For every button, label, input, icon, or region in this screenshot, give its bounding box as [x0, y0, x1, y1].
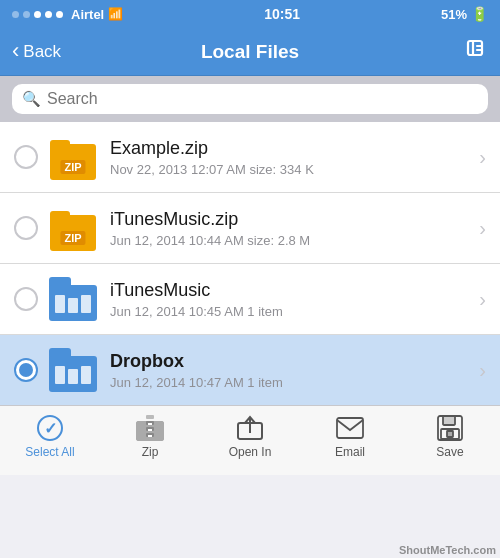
file-info-3: iTunesMusic Jun 12, 2014 10:45 AM 1 item: [110, 280, 473, 319]
select-radio-2[interactable]: [14, 216, 38, 240]
chevron-right-3: ›: [479, 288, 486, 311]
back-label: Back: [23, 42, 61, 62]
file-name-3: iTunesMusic: [110, 280, 473, 301]
file-icon-1: ZIP: [48, 132, 98, 182]
zip-label: Zip: [142, 445, 159, 459]
signal-dot-4: [45, 11, 52, 18]
file-info-1: Example.zip Nov 22, 2013 12:07 AM size: …: [110, 138, 473, 177]
search-bar: 🔍: [12, 84, 488, 114]
folder-icon-4: [49, 348, 97, 392]
svg-rect-13: [337, 418, 363, 438]
select-radio-3[interactable]: [14, 287, 38, 311]
file-info-2: iTunesMusic.zip Jun 12, 2014 10:44 AM si…: [110, 209, 473, 248]
select-all-label: Select All: [25, 445, 74, 459]
status-bar: Airtel 📶 10:51 51% 🔋: [0, 0, 500, 28]
search-icon: 🔍: [22, 90, 41, 108]
svg-rect-10: [148, 435, 152, 437]
file-name-1: Example.zip: [110, 138, 473, 159]
checkmark-circle-icon: ✓: [37, 415, 63, 441]
svg-rect-9: [148, 429, 152, 431]
select-radio-4[interactable]: [14, 358, 38, 382]
open-in-button[interactable]: Open In: [200, 414, 300, 459]
file-meta-3: Jun 12, 2014 10:45 AM 1 item: [110, 304, 473, 319]
svg-rect-8: [148, 423, 152, 425]
signal-dot-5: [56, 11, 63, 18]
battery-icon: 🔋: [471, 6, 488, 22]
zip-toolbar-icon: [136, 414, 164, 442]
file-icon-2: ZIP: [48, 203, 98, 253]
signal-dot-3: [34, 11, 41, 18]
file-info-4: Dropbox Jun 12, 2014 10:47 AM 1 item: [110, 351, 473, 390]
carrier-label: Airtel: [71, 7, 104, 22]
zip-icon-2: ZIP: [50, 205, 96, 251]
nav-bar: ‹ Back Local Files: [0, 28, 500, 76]
file-meta-1: Nov 22, 2013 12:07 AM size: 334 K: [110, 162, 473, 177]
email-button[interactable]: Email: [300, 414, 400, 459]
svg-rect-17: [447, 431, 453, 437]
file-row-1[interactable]: ZIP Example.zip Nov 22, 2013 12:07 AM si…: [0, 122, 500, 193]
file-row-2[interactable]: ZIP iTunesMusic.zip Jun 12, 2014 10:44 A…: [0, 193, 500, 264]
edit-icon: [464, 43, 488, 65]
open-in-label: Open In: [229, 445, 272, 459]
file-icon-4: [48, 345, 98, 395]
bottom-toolbar: ✓ Select All Zip: [0, 405, 500, 475]
save-label: Save: [436, 445, 463, 459]
open-in-icon: [236, 414, 264, 442]
search-input[interactable]: [47, 90, 478, 108]
email-label: Email: [335, 445, 365, 459]
svg-rect-15: [443, 416, 455, 425]
file-name-2: iTunesMusic.zip: [110, 209, 473, 230]
back-chevron-icon: ‹: [12, 40, 19, 62]
folder-icon-3: [49, 277, 97, 321]
svg-rect-0: [468, 41, 482, 55]
email-icon: [336, 414, 364, 442]
chevron-right-1: ›: [479, 146, 486, 169]
save-icon: [437, 414, 463, 442]
file-meta-4: Jun 12, 2014 10:47 AM 1 item: [110, 375, 473, 390]
zip-button[interactable]: Zip: [100, 414, 200, 459]
wifi-icon: 📶: [108, 7, 123, 21]
select-radio-1[interactable]: [14, 145, 38, 169]
page-title: Local Files: [201, 41, 299, 63]
svg-rect-4: [146, 415, 154, 419]
file-row-4[interactable]: Dropbox Jun 12, 2014 10:47 AM 1 item ›: [0, 335, 500, 405]
file-icon-3: [48, 274, 98, 324]
chevron-right-2: ›: [479, 217, 486, 240]
zip-icon-1: ZIP: [50, 134, 96, 180]
back-button[interactable]: ‹ Back: [12, 42, 61, 62]
select-all-icon: ✓: [37, 414, 63, 442]
edit-button[interactable]: [464, 37, 488, 66]
save-button[interactable]: Save: [400, 414, 500, 459]
status-right: 51% 🔋: [441, 6, 488, 22]
status-left: Airtel 📶: [12, 7, 123, 22]
chevron-right-4: ›: [479, 359, 486, 382]
signal-dot-2: [23, 11, 30, 18]
file-row-3[interactable]: iTunesMusic Jun 12, 2014 10:45 AM 1 item…: [0, 264, 500, 335]
file-meta-2: Jun 12, 2014 10:44 AM size: 2.8 M: [110, 233, 473, 248]
file-name-4: Dropbox: [110, 351, 473, 372]
time-display: 10:51: [264, 6, 300, 22]
watermark: ShoutMeTech.com: [399, 544, 496, 556]
search-bar-container: 🔍: [0, 76, 500, 122]
select-all-button[interactable]: ✓ Select All: [0, 414, 100, 459]
signal-dot-1: [12, 11, 19, 18]
battery-percent: 51%: [441, 7, 467, 22]
file-list: ZIP Example.zip Nov 22, 2013 12:07 AM si…: [0, 122, 500, 405]
